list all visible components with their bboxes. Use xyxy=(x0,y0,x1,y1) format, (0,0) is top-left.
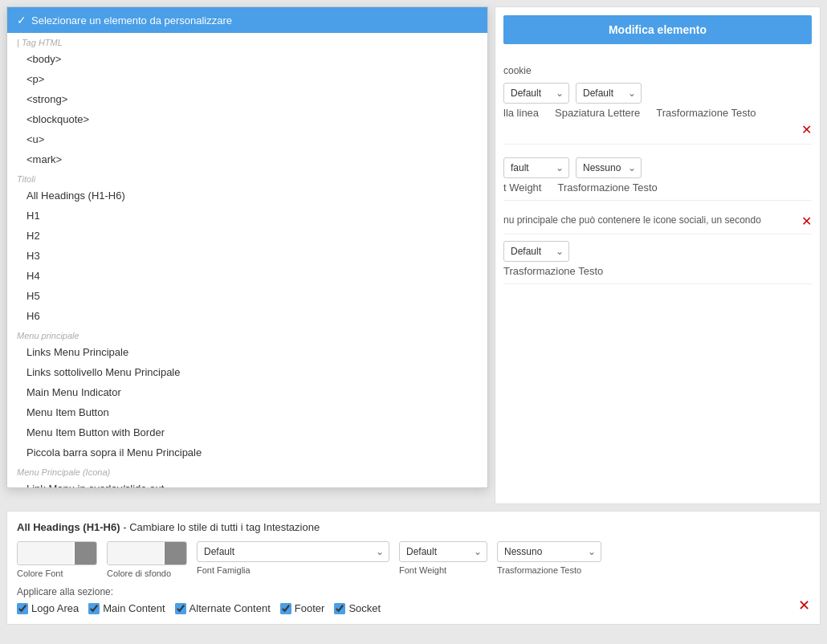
label-lla-linea: lla linea xyxy=(503,107,539,119)
dropdown-item-h1[interactable]: H1 xyxy=(7,206,487,226)
font-famiglia-select-box[interactable]: Default xyxy=(197,541,389,562)
select-default-2[interactable]: Default xyxy=(576,84,641,103)
dropdown-item-piccola-barra[interactable]: Piccola barra sopra il Menu Principale xyxy=(7,442,487,463)
checkbox-socket-label: Socket xyxy=(348,602,381,614)
checkbox-main-content[interactable]: Main Content xyxy=(88,602,165,614)
second-selects-section: fault Nessuno t Weight Trasformazione Te… xyxy=(503,151,812,201)
colore-font-group: Colore Font xyxy=(17,541,97,578)
bottom-title-strong: All Headings (H1-H6) xyxy=(17,521,120,533)
description-text: nu principale che può contenere le icone… xyxy=(503,214,812,227)
label-trasformazione-3: Trasformazione Testo xyxy=(503,265,603,277)
dropdown-item-blockquote[interactable]: <blockquote> xyxy=(7,109,487,129)
label-trasformazione-1: Trasformazione Testo xyxy=(656,107,756,119)
dropdown-item-menu-item-button[interactable]: Menu Item Button xyxy=(7,402,487,422)
dropdown-item-links-sottolivello[interactable]: Links sottolivello Menu Principale xyxy=(7,362,487,382)
label-row-2: t Weight Trasformazione Testo xyxy=(503,181,812,194)
select-box-2[interactable]: Default xyxy=(576,83,642,104)
font-famiglia-label: Font Famiglia xyxy=(197,565,389,575)
label-t-weight: t Weight xyxy=(503,181,541,194)
select-box-4[interactable]: Nessuno xyxy=(576,157,642,178)
group-label-menu-principale: Menu principale xyxy=(7,326,487,342)
checkbox-logo-area[interactable]: Logo Area xyxy=(17,602,79,614)
checkbox-alternate-input[interactable] xyxy=(175,603,186,614)
checkbox-footer-input[interactable] xyxy=(280,603,291,614)
label-spaziatura: Spaziatura Lettere xyxy=(555,107,640,119)
checkbox-alternate-content[interactable]: Alternate Content xyxy=(175,602,271,614)
color-sfondo-light xyxy=(108,542,163,565)
checkbox-main-input[interactable] xyxy=(88,603,100,614)
dropdown-item-u[interactable]: <u> xyxy=(7,129,487,149)
select-nessuno-1[interactable]: Nessuno xyxy=(576,158,641,177)
group-label-titoli: Titoli xyxy=(7,169,487,185)
font-weight-select-box[interactable]: Default xyxy=(399,541,487,562)
color-font-swatch[interactable] xyxy=(17,541,97,565)
modifica-elemento-button[interactable]: Modifica elemento xyxy=(503,15,812,44)
dropdown-item-body[interactable]: <body> xyxy=(7,49,487,69)
select-default-1[interactable]: Default xyxy=(504,84,568,103)
right-content: cookie Default Default xyxy=(503,52,812,297)
dropdown-selected-label: Selezionare un elemento da personalizzar… xyxy=(31,14,232,26)
font-weight-label: Font Weight xyxy=(399,565,487,575)
dropdown-item-menu-item-button-border[interactable]: Menu Item Button with Border xyxy=(7,422,487,442)
selects-row-3: Default xyxy=(503,241,812,262)
checkbox-socket[interactable]: Socket xyxy=(334,602,381,614)
dropdown-item-h4[interactable]: H4 xyxy=(7,266,487,286)
color-font-light xyxy=(18,542,73,565)
color-sfondo-dark xyxy=(165,542,186,565)
dropdown-item-links-menu[interactable]: Links Menu Principale xyxy=(7,342,487,362)
color-font-dark xyxy=(75,542,96,565)
label-trasformazione-2: Trasformazione Testo xyxy=(557,181,657,194)
select-box-1[interactable]: Default xyxy=(503,83,569,104)
checkbox-footer[interactable]: Footer xyxy=(280,602,325,614)
dropdown-item-h3[interactable]: H3 xyxy=(7,246,487,266)
apply-label: Applicare alla sezione: xyxy=(17,586,810,597)
select-box-5[interactable]: Default xyxy=(503,241,569,262)
checkbox-logo-input[interactable] xyxy=(17,603,28,614)
error-icon-2[interactable]: ✕ xyxy=(801,214,812,229)
dropdown-item-strong[interactable]: <strong> xyxy=(7,89,487,109)
dropdown-item-p[interactable]: <p> xyxy=(7,69,487,89)
dropdown-item-main-menu-indicator[interactable]: Main Menu Indicator xyxy=(7,382,487,402)
font-weight-select[interactable]: Default xyxy=(400,542,472,561)
trasformazione-select[interactable]: Nessuno xyxy=(498,542,586,561)
cookie-text: cookie xyxy=(503,65,812,76)
colore-sfondo-group: Colore di sfondo xyxy=(107,541,187,578)
colore-sfondo-label: Colore di sfondo xyxy=(107,569,187,578)
dropdown-item-h5[interactable]: H5 xyxy=(7,286,487,306)
group-label-html: | Tag HTML xyxy=(7,33,487,49)
checkbox-alternate-label: Alternate Content xyxy=(189,602,271,614)
cookie-section: cookie Default Default xyxy=(503,59,812,145)
dropdown-item-h6[interactable]: H6 xyxy=(7,306,487,326)
dropdown-item-h2[interactable]: H2 xyxy=(7,226,487,246)
checkbox-logo-label: Logo Area xyxy=(31,602,79,614)
dropdown-panel[interactable]: ✓ Selezionare un elemento da personalizz… xyxy=(6,6,488,488)
checkbox-socket-input[interactable] xyxy=(334,603,345,614)
dropdown-item-link-overlay[interactable]: Link Menu in overlay/slide out xyxy=(7,479,487,488)
right-panel: Modifica elemento cookie Default Def xyxy=(495,6,821,504)
colore-font-label: Colore Font xyxy=(17,569,97,578)
error-icon-1[interactable]: ✕ xyxy=(801,122,812,137)
apply-section: Applicare alla sezione: Logo Area Main C… xyxy=(17,586,810,614)
bottom-section: All Headings (H1-H6) - Cambiare lo stile… xyxy=(6,511,821,625)
font-famiglia-select[interactable]: Default xyxy=(198,542,374,561)
third-select-section: Default Trasformazione Testo xyxy=(503,234,812,284)
bottom-subtitle: - Cambiare lo stile di tutti i tag Intes… xyxy=(123,521,320,533)
main-container: ✓ Selezionare un elemento da personalizz… xyxy=(0,0,827,631)
color-sfondo-swatch[interactable] xyxy=(107,541,187,565)
select-box-3[interactable]: fault xyxy=(503,157,569,178)
checkbox-main-label: Main Content xyxy=(103,602,165,614)
trasformazione-label: Trasformazione Testo xyxy=(497,565,601,575)
checkbox-footer-label: Footer xyxy=(295,602,325,614)
checkboxes-row: Logo Area Main Content Alternate Content… xyxy=(17,602,810,614)
select-fault[interactable]: fault xyxy=(504,158,568,177)
font-famiglia-group: Default Font Famiglia xyxy=(197,541,389,575)
dropdown-item-all-headings[interactable]: All Headings (H1-H6) xyxy=(7,185,487,206)
trasformazione-group: Nessuno Trasformazione Testo xyxy=(497,541,601,575)
select-default-3[interactable]: Default xyxy=(504,242,568,261)
trasformazione-select-box[interactable]: Nessuno xyxy=(497,541,601,562)
dropdown-selected-item[interactable]: ✓ Selezionare un elemento da personalizz… xyxy=(7,7,487,33)
error-icon-bottom[interactable]: ✕ xyxy=(798,597,810,614)
bottom-title: All Headings (H1-H6) - Cambiare lo stile… xyxy=(17,521,810,533)
dropdown-item-mark[interactable]: <mark> xyxy=(7,149,487,169)
font-weight-group: Default Font Weight xyxy=(399,541,487,575)
